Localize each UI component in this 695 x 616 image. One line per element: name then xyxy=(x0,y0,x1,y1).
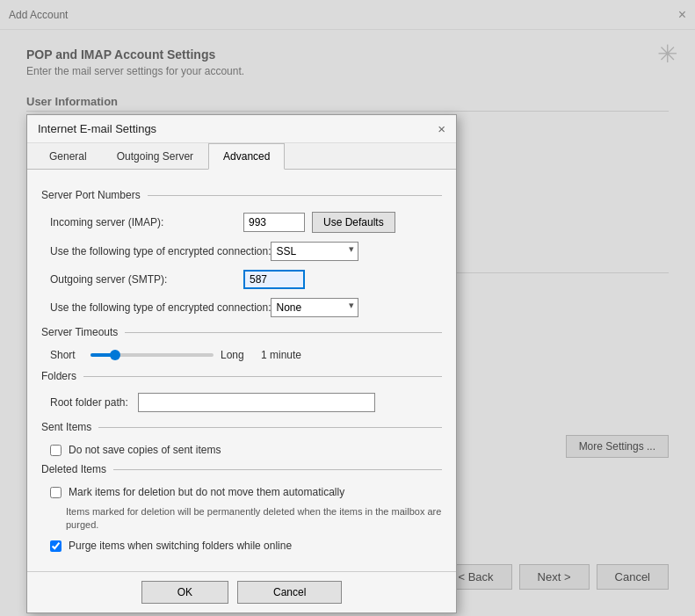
main-window: Add Account × POP and IMAP Account Setti… xyxy=(0,0,695,616)
none-select-wrapper: None SSL TLS Auto xyxy=(271,298,358,317)
root-folder-label: Root folder path: xyxy=(50,396,138,409)
deleted-checkbox-label[interactable]: Mark items for deletion but do not move … xyxy=(69,486,344,498)
purge-checkbox[interactable] xyxy=(50,540,62,552)
internet-email-settings-modal: Internet E-mail Settings × General Outgo… xyxy=(26,114,457,613)
deleted-items-header: Deleted Items xyxy=(41,463,442,475)
timeout-value: 1 minute xyxy=(261,349,301,361)
timeout-row: Short Long 1 minute xyxy=(50,349,442,361)
modal-cancel-button[interactable]: Cancel xyxy=(237,581,342,604)
modal-footer: OK Cancel xyxy=(27,571,456,612)
incoming-port-label: Incoming server (IMAP): xyxy=(50,216,243,228)
timeout-short-label: Short xyxy=(50,349,83,361)
purge-checkbox-row: Purge items when switching folders while… xyxy=(50,540,442,552)
encrypted-label-1: Use the following type of encrypted conn… xyxy=(50,245,271,257)
timeout-slider[interactable] xyxy=(90,353,214,357)
sent-checkbox-label[interactable]: Do not save copies of sent items xyxy=(69,444,221,456)
sent-items-header: Sent Items xyxy=(41,421,442,433)
timeout-thumb[interactable] xyxy=(110,350,120,360)
encrypted-row-1: Use the following type of encrypted conn… xyxy=(50,242,442,261)
modal-titlebar: Internet E-mail Settings × xyxy=(27,115,456,143)
modal-title: Internet E-mail Settings xyxy=(38,122,156,135)
use-defaults-button[interactable]: Use Defaults xyxy=(312,212,395,233)
none-select[interactable]: None SSL TLS Auto xyxy=(271,298,358,317)
root-folder-row: Root folder path: xyxy=(50,393,442,412)
timeouts-label: Server Timeouts xyxy=(41,326,118,338)
timeout-long-label: Long xyxy=(221,349,254,361)
sent-items-label: Sent Items xyxy=(41,421,91,433)
modal-body-advanced: Server Port Numbers Incoming server (IMA… xyxy=(27,170,456,571)
sent-items-line xyxy=(98,427,442,428)
deleted-items-label: Deleted Items xyxy=(41,463,106,475)
outgoing-port-label: Outgoing server (SMTP): xyxy=(50,273,243,286)
ssl-select-wrapper: SSL None TLS Auto xyxy=(271,242,358,261)
deleted-items-line xyxy=(113,469,442,470)
outgoing-port-row: Outgoing server (SMTP): xyxy=(50,270,442,289)
tab-advanced[interactable]: Advanced xyxy=(208,143,285,170)
modal-ok-button[interactable]: OK xyxy=(141,581,228,604)
server-ports-line xyxy=(148,195,442,196)
folders-label: Folders xyxy=(41,370,76,382)
outgoing-port-input[interactable] xyxy=(243,270,305,289)
modal-tabs: General Outgoing Server Advanced xyxy=(27,143,456,170)
server-ports-header: Server Port Numbers xyxy=(41,189,442,201)
tab-general[interactable]: General xyxy=(34,143,102,170)
folders-line xyxy=(83,376,442,377)
modal-overlay: Internet E-mail Settings × General Outgo… xyxy=(0,0,695,616)
timeouts-header: Server Timeouts xyxy=(41,326,442,338)
encrypted-row-2: Use the following type of encrypted conn… xyxy=(50,298,442,317)
timeouts-line xyxy=(125,332,442,333)
incoming-port-row: Incoming server (IMAP): Use Defaults xyxy=(50,212,442,233)
deleted-checkbox-row: Mark items for deletion but do not move … xyxy=(50,486,442,498)
incoming-port-input[interactable] xyxy=(243,213,305,232)
encrypted-label-2: Use the following type of encrypted conn… xyxy=(50,301,271,314)
deleted-note: Items marked for deletion will be perman… xyxy=(66,505,442,533)
folders-header: Folders xyxy=(41,370,442,382)
ssl-select[interactable]: SSL None TLS Auto xyxy=(271,242,358,261)
root-folder-input[interactable] xyxy=(138,393,375,412)
sent-checkbox[interactable] xyxy=(50,445,62,456)
modal-close-button[interactable]: × xyxy=(438,122,445,135)
deleted-checkbox[interactable] xyxy=(50,487,62,498)
tab-outgoing-server[interactable]: Outgoing Server xyxy=(102,143,208,170)
sent-checkbox-row: Do not save copies of sent items xyxy=(50,444,442,456)
server-ports-label: Server Port Numbers xyxy=(41,189,141,201)
purge-checkbox-label[interactable]: Purge items when switching folders while… xyxy=(69,540,292,552)
